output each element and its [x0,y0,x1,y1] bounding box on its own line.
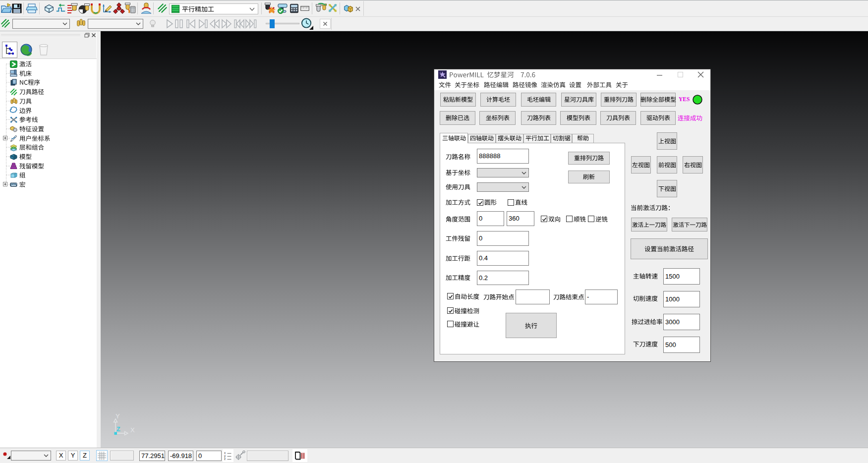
svg-text:X: X [130,426,135,434]
svg-text:Z: Z [116,426,120,433]
svg-text:z: z [224,457,226,460]
svg-text:Y: Y [116,412,120,420]
